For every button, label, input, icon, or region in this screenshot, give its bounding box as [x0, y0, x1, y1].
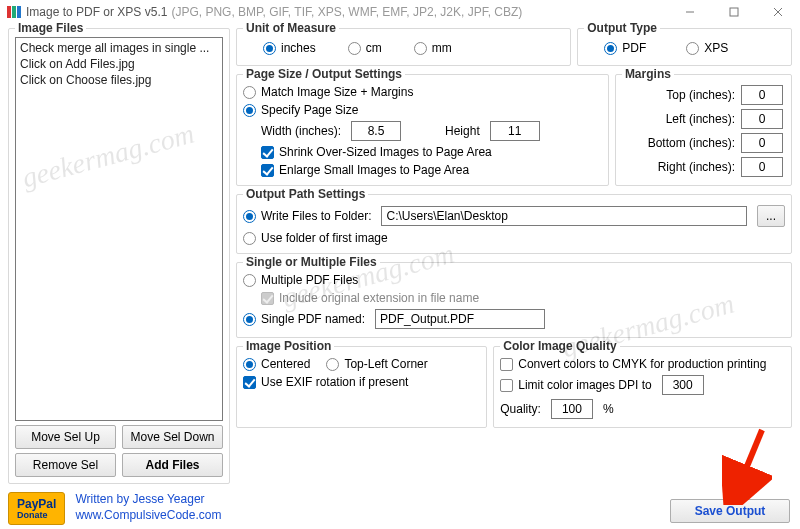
list-item[interactable]: Click on Choose files.jpg: [20, 72, 218, 88]
app-icon: [6, 4, 22, 20]
supported-formats: (JPG, PNG, BMP, GIF, TIF, XPS, WMF, EMF,…: [171, 5, 522, 19]
svg-rect-2: [17, 6, 21, 18]
margins-group: Margins Top (inches): Left (inches): Bot…: [615, 74, 792, 186]
enlarge-images-check[interactable]: Enlarge Small Images to Page Area: [261, 163, 469, 177]
radio-label: Single PDF named:: [261, 312, 365, 326]
exif-check[interactable]: Use EXIF rotation if present: [243, 375, 408, 389]
check-label: Shrink Over-Sized Images to Page Area: [279, 145, 492, 159]
match-image-size-radio[interactable]: Match Image Size + Margins: [243, 85, 413, 99]
file-list[interactable]: Check merge all images in single ... Cli…: [15, 37, 223, 421]
cmyk-check[interactable]: Convert colors to CMYK for production pr…: [500, 357, 766, 371]
height-label: Height: [445, 124, 480, 138]
margin-bottom-label: Bottom (inches):: [648, 136, 735, 150]
limit-dpi-check[interactable]: Limit color images DPI to: [500, 378, 651, 392]
unit-of-measure-group: Unit of Measure inches cm mm: [236, 28, 571, 66]
list-item[interactable]: Check merge all images in single ...: [20, 40, 218, 56]
centered-radio[interactable]: Centered: [243, 357, 310, 371]
output-type-legend: Output Type: [584, 21, 660, 35]
check-label: Convert colors to CMYK for production pr…: [518, 357, 766, 371]
shrink-images-check[interactable]: Shrink Over-Sized Images to Page Area: [261, 145, 492, 159]
width-input[interactable]: [351, 121, 401, 141]
move-sel-up-button[interactable]: Move Sel Up: [15, 425, 116, 449]
margin-bottom-input[interactable]: [741, 133, 783, 153]
single-multiple-legend: Single or Multiple Files: [243, 255, 380, 269]
margin-right-label: Right (inches):: [658, 160, 735, 174]
svg-rect-4: [730, 8, 738, 16]
color-quality-group: Color Image Quality Convert colors to CM…: [493, 346, 792, 428]
page-size-group: Page Size / Output Settings Match Image …: [236, 74, 609, 186]
check-label: Use EXIF rotation if present: [261, 375, 408, 389]
minimize-button[interactable]: [668, 0, 712, 24]
move-sel-down-button[interactable]: Move Sel Down: [122, 425, 223, 449]
unit-legend: Unit of Measure: [243, 21, 339, 35]
radio-label: PDF: [622, 41, 646, 55]
dpi-input[interactable]: [662, 375, 704, 395]
quality-label: Quality:: [500, 402, 541, 416]
radio-label: cm: [366, 41, 382, 55]
list-item[interactable]: Click on Add Files.jpg: [20, 56, 218, 72]
output-xps-radio[interactable]: XPS: [686, 41, 728, 55]
margin-left-input[interactable]: [741, 109, 783, 129]
percent-label: %: [603, 402, 614, 416]
margin-left-label: Left (inches):: [666, 112, 735, 126]
add-files-button[interactable]: Add Files: [122, 453, 223, 477]
radio-label: mm: [432, 41, 452, 55]
image-position-legend: Image Position: [243, 339, 334, 353]
image-files-group: Image Files Check merge all images in si…: [8, 28, 230, 484]
width-label: Width (inches):: [261, 124, 341, 138]
paypal-donate-button[interactable]: PayPal Donate: [8, 492, 65, 525]
svg-rect-1: [12, 6, 16, 18]
margins-legend: Margins: [622, 67, 674, 81]
margin-right-input[interactable]: [741, 157, 783, 177]
radio-label: Top-Left Corner: [344, 357, 427, 371]
write-to-folder-radio[interactable]: Write Files to Folder:: [243, 209, 371, 223]
donate-label: Donate: [17, 511, 56, 520]
radio-label: Write Files to Folder:: [261, 209, 371, 223]
radio-label: Use folder of first image: [261, 231, 388, 245]
maximize-button[interactable]: [712, 0, 756, 24]
output-pdf-radio[interactable]: PDF: [604, 41, 646, 55]
remove-sel-button[interactable]: Remove Sel: [15, 453, 116, 477]
output-path-legend: Output Path Settings: [243, 187, 368, 201]
single-multiple-group: Single or Multiple Files Multiple PDF Fi…: [236, 262, 792, 338]
specify-page-size-radio[interactable]: Specify Page Size: [243, 103, 358, 117]
unit-mm-radio[interactable]: mm: [414, 41, 452, 55]
output-type-group: Output Type PDF XPS: [577, 28, 792, 66]
browse-folder-button[interactable]: ...: [757, 205, 785, 227]
svg-rect-0: [7, 6, 11, 18]
margin-top-input[interactable]: [741, 85, 783, 105]
top-left-radio[interactable]: Top-Left Corner: [326, 357, 427, 371]
save-output-button[interactable]: Save Output: [670, 499, 790, 523]
window-title: Image to PDF or XPS v5.1: [26, 5, 167, 19]
author-label: Written by Jesse Yeager: [75, 492, 221, 508]
page-size-legend: Page Size / Output Settings: [243, 67, 405, 81]
website-link[interactable]: www.CompulsiveCode.com: [75, 508, 221, 524]
multiple-pdf-radio[interactable]: Multiple PDF Files: [243, 273, 358, 287]
single-pdf-radio[interactable]: Single PDF named:: [243, 312, 365, 326]
output-folder-input[interactable]: [381, 206, 747, 226]
titlebar: Image to PDF or XPS v5.1 (JPG, PNG, BMP,…: [0, 0, 800, 24]
check-label: Limit color images DPI to: [518, 378, 651, 392]
radio-label: XPS: [704, 41, 728, 55]
close-button[interactable]: [756, 0, 800, 24]
radio-label: Match Image Size + Margins: [261, 85, 413, 99]
image-files-legend: Image Files: [15, 21, 86, 35]
use-first-folder-radio[interactable]: Use folder of first image: [243, 231, 388, 245]
footer: PayPal Donate Written by Jesse Yeager ww…: [8, 492, 221, 525]
image-position-group: Image Position Centered Top-Left Corner …: [236, 346, 487, 428]
single-pdf-name-input[interactable]: [375, 309, 545, 329]
paypal-label: PayPal: [17, 497, 56, 511]
height-input[interactable]: [490, 121, 540, 141]
quality-input[interactable]: [551, 399, 593, 419]
radio-label: Multiple PDF Files: [261, 273, 358, 287]
color-quality-legend: Color Image Quality: [500, 339, 619, 353]
include-ext-check: Include original extension in file name: [261, 291, 479, 305]
margin-top-label: Top (inches):: [666, 88, 735, 102]
unit-inches-radio[interactable]: inches: [263, 41, 316, 55]
radio-label: Specify Page Size: [261, 103, 358, 117]
radio-label: inches: [281, 41, 316, 55]
check-label: Enlarge Small Images to Page Area: [279, 163, 469, 177]
unit-cm-radio[interactable]: cm: [348, 41, 382, 55]
output-path-group: Output Path Settings Write Files to Fold…: [236, 194, 792, 254]
radio-label: Centered: [261, 357, 310, 371]
